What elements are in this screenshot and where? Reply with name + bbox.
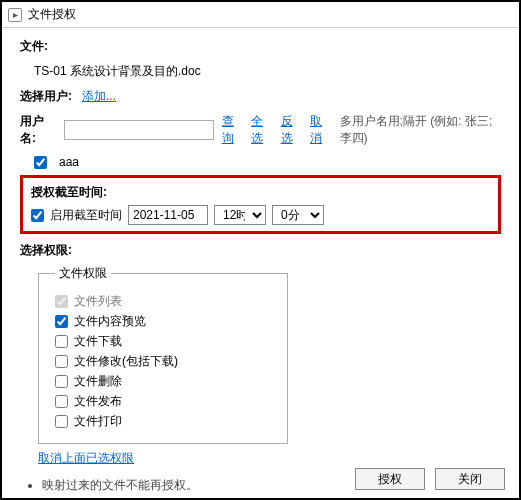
user-checkbox-aaa[interactable]	[34, 156, 47, 169]
query-link[interactable]: 查询	[222, 113, 243, 147]
file-name: TS-01 系统设计背景及目的.doc	[34, 63, 501, 80]
permissions-legend: 文件权限	[55, 265, 111, 282]
perm-preview-label: 文件内容预览	[74, 313, 146, 330]
username-label: 用户名:	[20, 113, 56, 147]
perm-preview-checkbox[interactable]	[55, 315, 68, 328]
enable-expiry-label: 启用截至时间	[50, 207, 122, 224]
select-user-label: 选择用户:	[20, 89, 72, 103]
multi-user-hint: 多用户名用;隔开 (例如: 张三;李四)	[340, 113, 501, 147]
perm-list-label: 文件列表	[74, 293, 122, 310]
expiry-date-input[interactable]	[128, 205, 208, 225]
perm-delete-label: 文件删除	[74, 373, 122, 390]
select-all-link[interactable]: 全选	[251, 113, 272, 147]
perm-delete-checkbox[interactable]	[55, 375, 68, 388]
perm-print-label: 文件打印	[74, 413, 122, 430]
perm-list-checkbox	[55, 295, 68, 308]
enable-expiry-checkbox[interactable]	[31, 209, 44, 222]
expiry-minute-select[interactable]: 0分	[272, 205, 324, 225]
perm-publish-checkbox[interactable]	[55, 395, 68, 408]
close-button[interactable]: 关闭	[435, 468, 505, 490]
expiry-heading: 授权截至时间:	[31, 184, 490, 201]
perm-download-label: 文件下载	[74, 333, 122, 350]
perm-modify-label: 文件修改(包括下载)	[74, 353, 178, 370]
username-input[interactable]	[64, 120, 214, 140]
perm-label: 选择权限:	[20, 242, 501, 259]
permissions-fieldset: 文件权限 文件列表 文件内容预览 文件下载 文件修改(包括下载) 文件删除 文件…	[38, 265, 288, 444]
cancel-selection-link[interactable]: 取消	[310, 113, 331, 147]
authorize-button[interactable]: 授权	[355, 468, 425, 490]
cancel-permissions-link[interactable]: 取消上面已选权限	[38, 451, 134, 465]
expand-icon[interactable]: ▸	[8, 8, 22, 22]
perm-download-checkbox[interactable]	[55, 335, 68, 348]
invert-link[interactable]: 反选	[281, 113, 302, 147]
perm-modify-checkbox[interactable]	[55, 355, 68, 368]
add-user-link[interactable]: 添加...	[82, 89, 116, 103]
expiry-hour-select[interactable]: 12时	[214, 205, 266, 225]
dialog-title: 文件授权	[28, 6, 76, 23]
expiry-section: 授权截至时间: 启用截至时间 12时 0分	[20, 175, 501, 234]
file-label: 文件:	[20, 38, 501, 55]
perm-print-checkbox[interactable]	[55, 415, 68, 428]
perm-publish-label: 文件发布	[74, 393, 122, 410]
user-item-label: aaa	[59, 155, 79, 169]
